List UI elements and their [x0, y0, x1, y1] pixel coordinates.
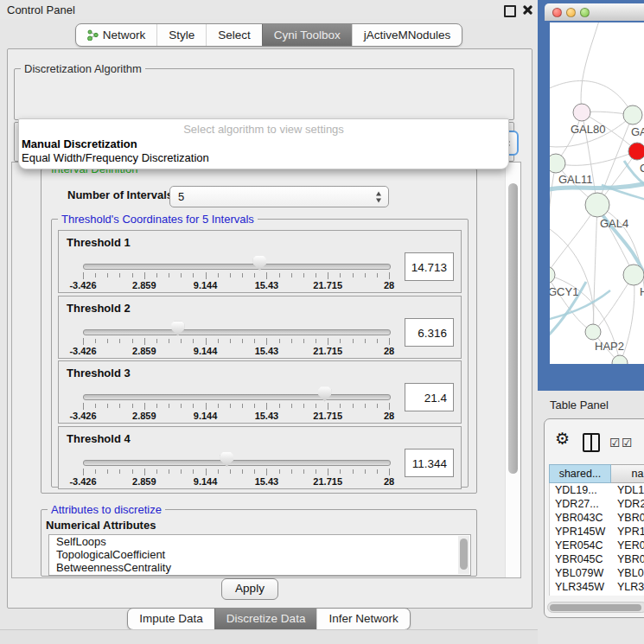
- checkbox-icon[interactable]: ☑: [609, 436, 621, 450]
- slider-tick: [193, 469, 194, 474]
- slider-tick: [365, 273, 366, 277]
- apply-button[interactable]: Apply: [221, 578, 278, 600]
- column-header-shared-name[interactable]: shared...: [549, 464, 611, 483]
- slider-tick: [389, 338, 390, 345]
- horizontal-scrollbar-thumb[interactable]: [550, 604, 641, 611]
- attributes-scrollbar[interactable]: [458, 536, 469, 574]
- network-node-label: GCY1: [550, 285, 578, 298]
- bottom-tab-infer-network[interactable]: Infer Network: [316, 609, 409, 629]
- settings-scroll-area: Interval Definition Number of Intervals …: [11, 162, 521, 578]
- slider-tick: [132, 404, 133, 408]
- tab-label: Select: [218, 24, 251, 46]
- table-row[interactable]: YBL079WYBL0: [550, 566, 644, 580]
- tab-label: Infer Network: [328, 609, 398, 629]
- tab-label: Discretize Data: [226, 609, 306, 629]
- threshold-value-input[interactable]: 14.713: [405, 252, 454, 281]
- close-traffic-light[interactable]: [552, 8, 562, 17]
- attribute-item-betweennesscentrality[interactable]: BetweennessCentrality: [49, 561, 470, 574]
- slider-tick: [95, 273, 96, 277]
- slider-track[interactable]: [83, 394, 391, 400]
- slider-tick: [206, 272, 207, 279]
- tab-select[interactable]: Select: [206, 24, 262, 46]
- network-node[interactable]: [628, 143, 644, 160]
- cyni-bottom-tab-bar: Impute DataDiscretize DataInfer Network: [0, 608, 538, 630]
- table-row[interactable]: YBR045CYBR0: [550, 552, 644, 566]
- minimize-traffic-light[interactable]: [566, 8, 576, 17]
- network-edge: [550, 80, 633, 115]
- slider-tick: [365, 469, 366, 474]
- slider-tick: [328, 469, 328, 475]
- slider-track[interactable]: [83, 460, 391, 466]
- table-row[interactable]: YBR043CYBR0: [550, 511, 644, 525]
- network-edge: [550, 205, 597, 275]
- close-icon[interactable]: [521, 3, 533, 16]
- attribute-item-selfloops[interactable]: SelfLoops: [49, 535, 470, 548]
- table-row[interactable]: YDL19...YDL1: [550, 483, 644, 497]
- network-node[interactable]: [550, 266, 555, 284]
- network-node[interactable]: [573, 104, 590, 121]
- bottom-tab-impute-data[interactable]: Impute Data: [128, 609, 214, 629]
- slider-tick: [132, 469, 133, 474]
- control-panel-tab-bar: NetworkStyleSelectCyni ToolboxjActiveMNo…: [0, 23, 538, 47]
- slider-tick: [95, 469, 96, 474]
- table-row[interactable]: YPR145WYPR1: [550, 525, 644, 539]
- threshold-value-input[interactable]: 11.344: [405, 449, 454, 477]
- vertical-scrollbar-thumb[interactable]: [508, 183, 518, 474]
- slider-tick: [340, 404, 341, 408]
- split-columns-icon[interactable]: [583, 433, 600, 452]
- column-header-name[interactable]: na: [611, 464, 644, 483]
- threshold-1-section: Threshold 1-3.4262.8599.14415.4321.71528…: [58, 230, 462, 293]
- algorithm-placeholder-option[interactable]: Select algorithm to view settings: [19, 123, 508, 136]
- slider-track[interactable]: [83, 264, 391, 270]
- slider-tick: [340, 339, 341, 343]
- float-window-icon[interactable]: [504, 5, 516, 17]
- slider-tick: [218, 273, 219, 277]
- table-row[interactable]: YDR27...YDR2: [550, 497, 644, 511]
- network-node[interactable]: [623, 265, 644, 285]
- network-node-label: GAL4: [600, 217, 628, 230]
- network-node[interactable]: [550, 154, 565, 173]
- cell-shared-name: YBR043C: [555, 511, 603, 525]
- network-node[interactable]: [612, 355, 628, 364]
- checkbox-icon[interactable]: ☑: [622, 436, 633, 450]
- network-node[interactable]: [585, 193, 609, 217]
- network-window-titlebar[interactable]: [545, 3, 644, 21]
- tab-network[interactable]: Network: [76, 24, 157, 46]
- slider-tick: [156, 273, 157, 277]
- table-row[interactable]: YER054CYER0: [550, 539, 644, 552]
- slider-tick-label: -3.426: [69, 346, 96, 356]
- attributes-scrollbar-thumb[interactable]: [460, 539, 468, 570]
- table-row[interactable]: YLR345WYLR3: [550, 580, 644, 594]
- network-node[interactable]: [623, 105, 642, 124]
- bottom-tab-discretize-data[interactable]: Discretize Data: [214, 609, 317, 629]
- slider-tick: [377, 404, 378, 408]
- threshold-value-input[interactable]: 6.316: [405, 318, 454, 347]
- option-equal-width-frequency[interactable]: Equal Width/Frequency Discretization: [22, 151, 209, 164]
- horizontal-scrollbar[interactable]: [547, 602, 644, 613]
- threshold-value-input[interactable]: 21.4: [405, 383, 454, 411]
- slider-tick-label: 15.43: [255, 476, 279, 487]
- slider-tick: [144, 272, 145, 279]
- algorithm-dropdown-popup: Select algorithm to view settings Manual…: [18, 118, 509, 169]
- zoom-traffic-light[interactable]: [580, 8, 590, 17]
- gear-icon[interactable]: ⚙: [555, 429, 570, 449]
- network-node-label: HAP2: [595, 340, 624, 353]
- numerical-attributes-label: Numerical Attributes: [46, 519, 156, 532]
- table-row[interactable]: YIL052CYIL0: [550, 594, 644, 596]
- spinner-arrows-icon: [376, 191, 382, 202]
- vertical-scrollbar[interactable]: [505, 163, 520, 577]
- network-node-label: GAL80: [571, 123, 605, 136]
- tab-jactivemnodules[interactable]: jActiveMNodules: [352, 24, 462, 46]
- slider-tick: [107, 339, 108, 343]
- option-manual-discretization[interactable]: Manual Discretization: [22, 137, 137, 150]
- slider-track[interactable]: [83, 329, 391, 335]
- cell-shared-name: YER054C: [555, 539, 603, 552]
- slider-tick: [328, 403, 328, 410]
- attribute-item-topologicalcoefficient[interactable]: TopologicalCoefficient: [49, 548, 470, 561]
- network-node[interactable]: [585, 324, 601, 340]
- number-of-intervals-select[interactable]: 5: [169, 186, 389, 207]
- tab-cyni-toolbox[interactable]: Cyni Toolbox: [262, 24, 352, 46]
- thresholds-group-title: Threshold's Coordinates for 5 Intervals: [58, 213, 258, 226]
- network-canvas[interactable]: GAL80GACGAL11GAL4GCY1HHAP2: [550, 22, 644, 364]
- tab-style[interactable]: Style: [156, 24, 206, 46]
